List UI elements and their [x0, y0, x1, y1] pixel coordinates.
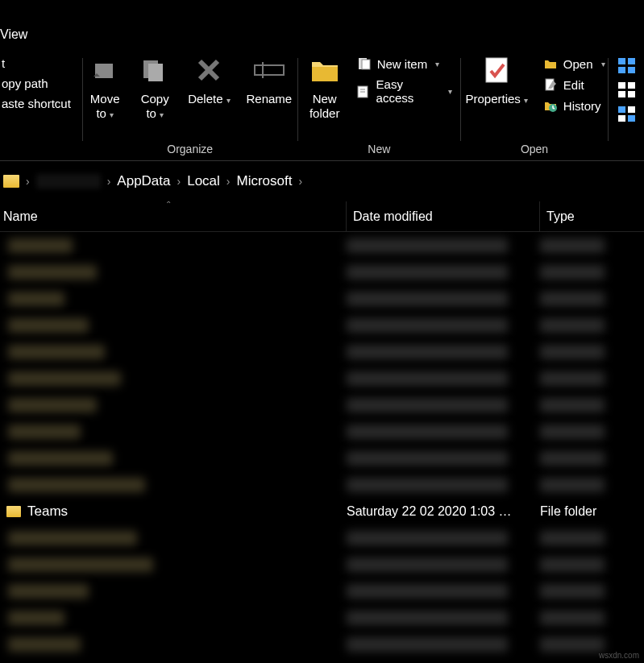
move-to-button[interactable]: Move to: [80, 53, 130, 121]
breadcrumb-item-appdata[interactable]: AppData: [117, 173, 170, 189]
svg-rect-7: [312, 67, 338, 81]
svg-rect-25: [628, 106, 635, 113]
svg-rect-16: [618, 58, 625, 64]
breadcrumb[interactable]: › › AppData › Local › Microsoft ›: [0, 161, 644, 201]
list-item[interactable]: [0, 285, 644, 312]
list-item[interactable]: [0, 365, 644, 392]
list-item[interactable]: [0, 551, 644, 578]
svg-rect-9: [362, 60, 370, 69]
svg-rect-18: [618, 67, 625, 73]
list-item[interactable]: [0, 631, 644, 657]
file-list: Teams Saturday 22 02 2020 1:03 … File fo…: [0, 232, 644, 657]
list-item[interactable]: [0, 418, 644, 445]
svg-rect-20: [618, 82, 625, 89]
tab-bar: View: [0, 0, 644, 47]
column-header-type[interactable]: Type: [540, 201, 644, 231]
chevron-right-icon[interactable]: ›: [225, 175, 232, 188]
easy-access-icon: [356, 84, 372, 98]
chevron-right-icon[interactable]: ›: [297, 175, 304, 188]
copy-to-label: Copy to: [141, 92, 169, 121]
svg-rect-19: [628, 67, 635, 73]
list-item[interactable]: [0, 232, 644, 259]
column-headers: ⌃ Name Date modified Type: [0, 201, 644, 232]
list-item[interactable]: [0, 445, 644, 471]
open-button[interactable]: Open: [541, 53, 607, 74]
tab-view[interactable]: View: [0, 23, 35, 47]
ribbon: t opy path aste shortcut Move to: [0, 47, 644, 161]
copy-path-label: opy path: [2, 77, 48, 90]
list-item[interactable]: [0, 524, 644, 551]
watermark: wsxdn.com: [599, 651, 639, 660]
history-button[interactable]: History: [541, 95, 607, 116]
properties-button[interactable]: Properties: [457, 53, 535, 106]
edit-button[interactable]: Edit: [541, 74, 607, 95]
chevron-right-icon[interactable]: ›: [176, 175, 183, 188]
cut-label: t: [2, 56, 5, 70]
list-item[interactable]: [0, 312, 644, 338]
new-item-label: New item: [377, 57, 428, 71]
sort-ascending-icon: ⌃: [165, 200, 172, 209]
breadcrumb-item-redacted[interactable]: [36, 174, 101, 189]
edit-icon: [542, 77, 559, 92]
properties-icon: [480, 53, 513, 87]
paste-shortcut-label: aste shortcut: [2, 97, 71, 110]
svg-rect-27: [628, 115, 635, 122]
list-item-teams[interactable]: Teams Saturday 22 02 2020 1:03 … File fo…: [0, 498, 644, 524]
item-name: Teams: [27, 503, 68, 520]
invert-selection-icon[interactable]: [618, 106, 636, 122]
svg-rect-13: [486, 58, 507, 82]
svg-rect-5: [255, 65, 284, 75]
copy-to-button[interactable]: Copy to: [130, 53, 180, 121]
open-icon: [542, 56, 559, 71]
easy-access-button[interactable]: Easy access: [355, 74, 454, 108]
list-item[interactable]: [0, 604, 644, 631]
paste-shortcut-button[interactable]: aste shortcut: [0, 93, 73, 114]
delete-label: Delete: [188, 92, 230, 106]
properties-label: Properties: [465, 92, 527, 106]
organize-group-label: Organize: [167, 143, 213, 160]
svg-rect-22: [618, 91, 625, 97]
move-to-icon: [88, 53, 122, 87]
history-label: History: [563, 99, 601, 113]
breadcrumb-item-local[interactable]: Local: [187, 173, 220, 189]
new-folder-button[interactable]: New folder: [300, 53, 350, 121]
rename-icon: [252, 53, 286, 87]
move-to-label: Move to: [90, 92, 120, 121]
svg-rect-21: [628, 82, 635, 89]
copy-path-button[interactable]: opy path: [0, 73, 73, 93]
open-label: Open: [563, 57, 593, 71]
cut-button[interactable]: t: [0, 53, 73, 73]
list-item[interactable]: [0, 392, 644, 418]
list-item[interactable]: [0, 338, 644, 365]
easy-access-label: Easy access: [376, 77, 440, 105]
list-item[interactable]: [0, 259, 644, 285]
list-item[interactable]: [0, 578, 644, 604]
select-none-icon[interactable]: [618, 82, 636, 98]
folder-icon: [6, 506, 21, 517]
folder-icon: [3, 175, 19, 188]
delete-button[interactable]: Delete: [180, 53, 238, 106]
item-date: Saturday 22 02 2020 1:03 …: [347, 504, 540, 519]
list-item[interactable]: [0, 471, 644, 498]
svg-rect-26: [618, 115, 625, 122]
select-all-icon[interactable]: [618, 58, 636, 74]
chevron-right-icon[interactable]: ›: [24, 175, 31, 188]
edit-label: Edit: [563, 78, 584, 92]
new-folder-label: New folder: [310, 92, 340, 121]
item-type: File folder: [540, 504, 644, 519]
open-group-label: Open: [521, 143, 548, 160]
new-item-button[interactable]: New item: [355, 53, 454, 74]
column-header-name[interactable]: Name: [0, 201, 347, 231]
breadcrumb-item-microsoft[interactable]: Microsoft: [237, 173, 293, 189]
history-icon: [542, 98, 559, 113]
column-header-date[interactable]: Date modified: [347, 201, 540, 231]
chevron-right-icon[interactable]: ›: [106, 175, 113, 188]
delete-icon: [192, 53, 226, 87]
copy-to-icon: [138, 53, 172, 87]
new-group-label: New: [368, 143, 390, 160]
rename-label: Rename: [247, 92, 293, 106]
new-folder-icon: [308, 53, 342, 87]
svg-rect-2: [148, 64, 163, 81]
svg-rect-23: [628, 91, 635, 97]
rename-button[interactable]: Rename: [239, 53, 301, 106]
